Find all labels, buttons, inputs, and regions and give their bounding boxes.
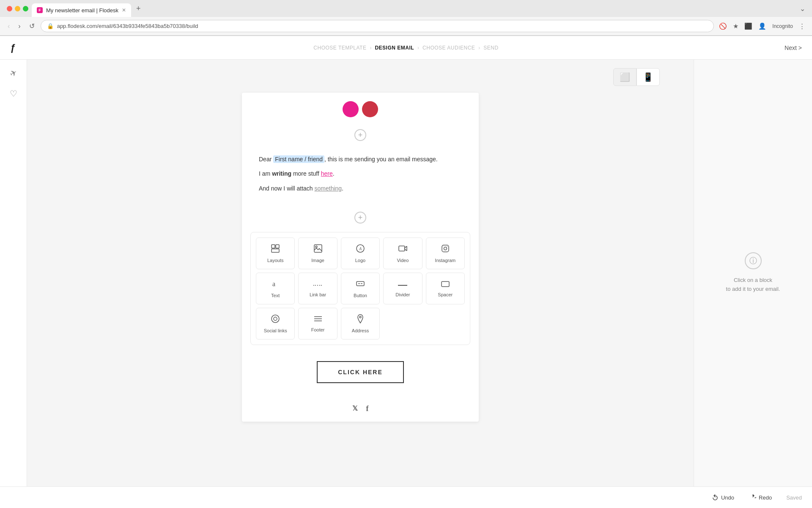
svg-point-20 bbox=[272, 315, 279, 323]
block-item-link-bar[interactable]: Link bar bbox=[298, 273, 337, 304]
cta-section: CLiCK HERE bbox=[242, 348, 479, 396]
block-item-layouts[interactable]: Layouts bbox=[256, 237, 295, 269]
text-label: Text bbox=[271, 293, 280, 298]
svg-rect-2 bbox=[272, 249, 279, 252]
browser-toolbar: ‹ › ↺ 🔒 app.flodesk.com/email/6343b9334f… bbox=[0, 17, 812, 36]
instagram-icon bbox=[441, 244, 450, 255]
forward-btn[interactable]: › bbox=[16, 21, 23, 32]
device-selector: ⬜ 📱 bbox=[613, 68, 660, 86]
email-line-2: I am writing more stuff here. bbox=[259, 169, 462, 178]
circle-pink bbox=[343, 101, 359, 117]
email-line-1: Dear First name / friend, this is me sen… bbox=[259, 155, 462, 164]
block-item-social-links[interactable]: Social links bbox=[256, 308, 295, 340]
browser-chrome: F My newsletter email | Flodesk ✕ + ⌄ ‹ … bbox=[0, 0, 812, 36]
image-label: Image bbox=[311, 258, 324, 263]
footer-label: Footer bbox=[311, 327, 325, 332]
menu-icon[interactable]: ⋮ bbox=[797, 21, 807, 32]
saved-status: Saved bbox=[786, 494, 802, 501]
block-item-footer[interactable]: Footer bbox=[298, 308, 337, 340]
svg-point-21 bbox=[274, 317, 277, 320]
new-tab-btn[interactable]: + bbox=[134, 5, 143, 12]
block-item-logo[interactable]: A Logo bbox=[341, 237, 380, 269]
url-text: app.flodesk.com/email/6343b9334fe5843ba5… bbox=[57, 23, 198, 29]
button-label: Button bbox=[354, 293, 367, 298]
tab-list-btn[interactable]: ⌄ bbox=[800, 5, 809, 13]
image-icon bbox=[313, 244, 323, 255]
svg-rect-8 bbox=[442, 245, 449, 252]
cast-icon[interactable]: 🚫 bbox=[717, 21, 729, 32]
email-preview: + Dear First name / friend, this is me s… bbox=[242, 93, 479, 422]
svg-point-9 bbox=[444, 247, 447, 250]
app-header: ƒ CHOOSE TEMPLATE › DESIGN EMAIL › CHOOS… bbox=[0, 36, 812, 60]
block-item-image[interactable]: Image bbox=[298, 237, 337, 269]
block-item-address[interactable]: Address bbox=[341, 308, 380, 340]
block-item-button[interactable]: Button bbox=[341, 273, 380, 304]
layouts-label: Layouts bbox=[267, 258, 284, 263]
heart-icon[interactable]: ♡ bbox=[10, 88, 17, 99]
svg-rect-0 bbox=[272, 245, 275, 248]
address-label: Address bbox=[352, 328, 369, 333]
bookmark-icon[interactable]: ★ bbox=[731, 21, 740, 32]
back-btn[interactable]: ‹ bbox=[5, 21, 12, 32]
step-choose-audience[interactable]: CHOOSE AUDIENCE bbox=[422, 45, 475, 51]
block-item-divider[interactable]: Divider bbox=[383, 273, 422, 304]
add-block-btn-top[interactable]: + bbox=[242, 124, 479, 146]
svg-point-25 bbox=[359, 316, 361, 318]
app-logo: ƒ bbox=[10, 42, 15, 53]
link-bar-icon bbox=[313, 280, 323, 290]
cta-button[interactable]: CLiCK HERE bbox=[317, 361, 404, 383]
profile-icon[interactable]: 👤 bbox=[757, 21, 768, 32]
something-link[interactable]: something bbox=[315, 185, 342, 192]
svg-rect-3 bbox=[314, 245, 322, 252]
tab-title: My newsletter email | Flodesk bbox=[46, 7, 118, 14]
right-panel: ⓘ Click on a block to add it to your ema… bbox=[694, 60, 812, 486]
text-icon: a bbox=[271, 279, 280, 290]
extensions-icon[interactable]: ⬛ bbox=[743, 21, 754, 32]
divider-label: Divider bbox=[395, 292, 410, 297]
add-block-btn-middle[interactable]: + bbox=[242, 207, 479, 229]
next-btn[interactable]: Next > bbox=[785, 44, 802, 51]
mobile-view-btn[interactable]: 📱 bbox=[636, 68, 660, 86]
video-icon bbox=[398, 244, 407, 255]
send-icon[interactable]: ✈ bbox=[8, 67, 19, 79]
twitter-icon[interactable]: 𝕏 bbox=[352, 404, 358, 413]
address-bar[interactable]: 🔒 app.flodesk.com/email/6343b9334fe5843b… bbox=[41, 20, 714, 32]
block-picker: Layouts Image A Logo bbox=[250, 232, 470, 345]
refresh-btn[interactable]: ↺ bbox=[27, 20, 37, 32]
svg-rect-19 bbox=[442, 282, 449, 287]
block-item-instagram[interactable]: Instagram bbox=[426, 237, 465, 269]
block-item-video[interactable]: Video bbox=[383, 237, 422, 269]
first-name-tag: First name / friend bbox=[273, 155, 324, 163]
logo-icon: A bbox=[356, 244, 365, 255]
step-send[interactable]: SEND bbox=[483, 45, 498, 51]
step-design-email[interactable]: DESIGN EMAIL bbox=[375, 45, 414, 51]
maximize-window-btn[interactable] bbox=[23, 6, 28, 11]
close-window-btn[interactable] bbox=[7, 6, 12, 11]
divider-icon bbox=[398, 280, 407, 290]
left-sidebar: ✈ ♡ bbox=[0, 60, 27, 486]
undo-btn[interactable]: Undo bbox=[708, 492, 738, 504]
block-grid: Layouts Image A Logo bbox=[256, 237, 465, 340]
address-icon bbox=[357, 314, 364, 326]
spacer-label: Spacer bbox=[438, 292, 453, 297]
tab-close-btn[interactable]: ✕ bbox=[122, 7, 126, 13]
bottom-toolbar: Undo Redo Saved bbox=[0, 486, 812, 508]
desktop-view-btn[interactable]: ⬜ bbox=[613, 68, 636, 86]
email-body: Dear First name / friend, this is me sen… bbox=[242, 146, 479, 207]
svg-rect-15 bbox=[357, 282, 364, 286]
block-item-spacer[interactable]: Spacer bbox=[426, 273, 465, 304]
minimize-window-btn[interactable] bbox=[15, 6, 20, 11]
tab-bar: F My newsletter email | Flodesk ✕ + ⌄ bbox=[0, 0, 812, 17]
active-tab[interactable]: F My newsletter email | Flodesk ✕ bbox=[32, 3, 131, 17]
app-steps: CHOOSE TEMPLATE › DESIGN EMAIL › CHOOSE … bbox=[313, 45, 498, 51]
svg-text:a: a bbox=[272, 280, 275, 287]
redo-btn[interactable]: Redo bbox=[745, 492, 776, 504]
here-link[interactable]: here bbox=[321, 170, 333, 177]
social-links-icon bbox=[271, 314, 280, 326]
step-choose-template[interactable]: CHOOSE TEMPLATE bbox=[313, 45, 366, 51]
link-bar-label: Link bar bbox=[310, 292, 326, 297]
facebook-icon[interactable]: f bbox=[366, 404, 369, 413]
svg-rect-1 bbox=[276, 245, 279, 248]
block-item-text[interactable]: a Text bbox=[256, 273, 295, 304]
email-footer-social: 𝕏 f bbox=[242, 396, 479, 422]
